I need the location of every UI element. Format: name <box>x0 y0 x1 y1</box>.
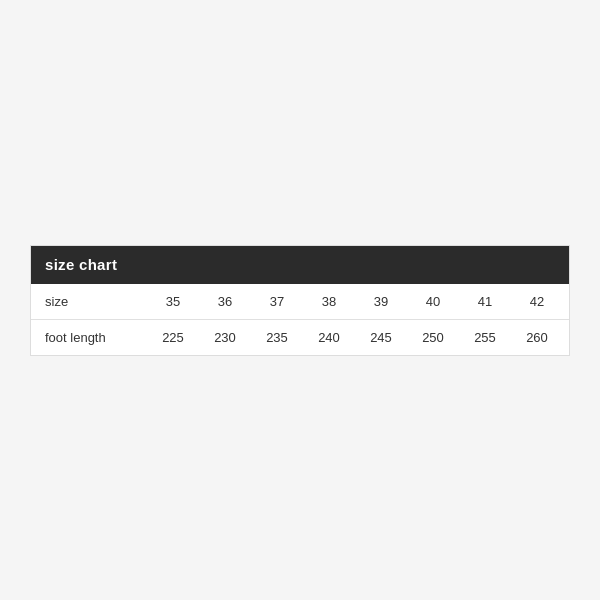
chart-row-0: size3536373839404142 <box>31 284 569 320</box>
cell-r1-v5: 250 <box>415 330 451 345</box>
cell-r0-v7: 42 <box>519 294 555 309</box>
row-values-1: 225230235240245250255260 <box>155 330 555 345</box>
cell-r1-v3: 240 <box>311 330 347 345</box>
row-label-1: foot length <box>45 330 155 345</box>
cell-r1-v6: 255 <box>467 330 503 345</box>
cell-r1-v1: 230 <box>207 330 243 345</box>
cell-r1-v7: 260 <box>519 330 555 345</box>
cell-r0-v5: 40 <box>415 294 451 309</box>
chart-body: size3536373839404142foot length225230235… <box>31 284 569 355</box>
cell-r0-v2: 37 <box>259 294 295 309</box>
chart-header: size chart <box>31 246 569 284</box>
cell-r0-v1: 36 <box>207 294 243 309</box>
row-values-0: 3536373839404142 <box>155 294 555 309</box>
cell-r0-v0: 35 <box>155 294 191 309</box>
row-label-0: size <box>45 294 155 309</box>
chart-title: size chart <box>45 256 117 273</box>
cell-r1-v0: 225 <box>155 330 191 345</box>
size-chart: size chart size3536373839404142foot leng… <box>30 245 570 356</box>
cell-r0-v3: 38 <box>311 294 347 309</box>
cell-r0-v4: 39 <box>363 294 399 309</box>
cell-r1-v4: 245 <box>363 330 399 345</box>
cell-r0-v6: 41 <box>467 294 503 309</box>
cell-r1-v2: 235 <box>259 330 295 345</box>
chart-row-1: foot length225230235240245250255260 <box>31 320 569 355</box>
